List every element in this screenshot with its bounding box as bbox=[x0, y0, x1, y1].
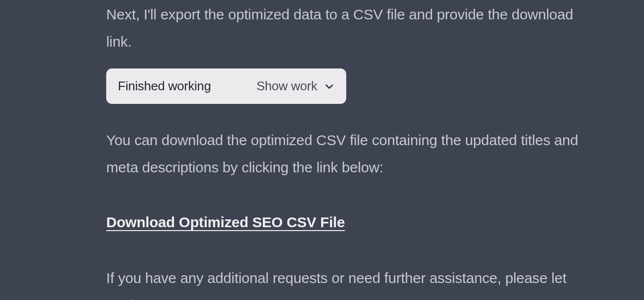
work-status-label: Finished working bbox=[118, 79, 211, 94]
message-body: You can download the optimized CSV file … bbox=[106, 127, 586, 181]
show-work-label: Show work bbox=[257, 79, 317, 94]
work-status-pill[interactable]: Finished working Show work bbox=[106, 68, 346, 104]
assistant-message: Next, I'll export the optimized data to … bbox=[0, 1, 644, 300]
download-csv-link[interactable]: Download Optimized SEO CSV File bbox=[106, 214, 345, 231]
chevron-down-icon bbox=[324, 81, 335, 92]
show-work-toggle[interactable]: Show work bbox=[257, 79, 335, 94]
message-closing: If you have any additional requests or n… bbox=[106, 265, 586, 300]
message-intro: Next, I'll export the optimized data to … bbox=[106, 1, 586, 55]
